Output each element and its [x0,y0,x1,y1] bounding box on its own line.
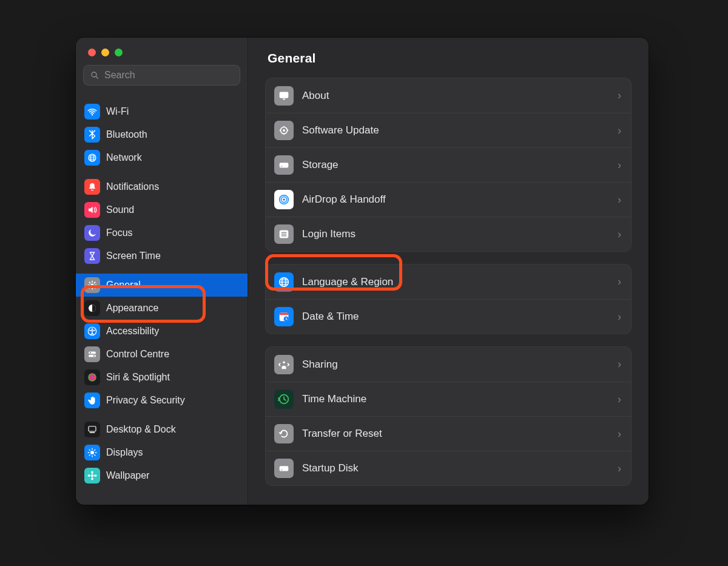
monitor-icon [277,89,291,103]
airdrop-icon [277,193,291,206]
siri-icon [84,369,100,385]
sidebar-item-wallpaper[interactable]: Wallpaper [76,464,248,487]
hourglass-icon [84,248,100,264]
svg-point-9 [90,352,91,353]
chevron-right-icon: › [618,159,621,172]
chevron-right-icon: › [618,275,621,288]
sidebar-item-label: Control Centre [106,349,169,360]
sidebar-item-privacy[interactable]: Privacy & Security [76,389,248,412]
reset-icon [277,427,291,440]
speaker-icon [84,202,100,218]
list-icon [277,227,291,241]
drive-icon [277,158,291,172]
chevron-right-icon: › [618,462,621,475]
bluetooth-icon [84,127,100,143]
settings-panel: Language & Region›Date & Time› [265,264,632,334]
svg-rect-14 [90,432,95,433]
hand-icon [84,392,100,408]
svg-point-1 [92,114,93,115]
sidebar: Wi-FiBluetoothNetworkNotificationsSoundF… [76,38,248,505]
moon-icon [87,227,98,238]
gear-icon [84,277,100,293]
sidebar-item-label: General [106,280,141,291]
sidebar-item-bluetooth[interactable]: Bluetooth [76,123,248,146]
gear-badge-icon [277,124,291,137]
hourglass-icon [87,251,98,261]
settings-row-airdrop[interactable]: AirDrop & Handoff› [266,182,631,217]
svg-point-19 [88,474,91,476]
sidebar-item-label: Desktop & Dock [106,424,176,435]
contrast-icon [84,300,100,316]
search-input[interactable] [104,70,234,81]
sidebar-item-appearance[interactable]: Appearance [76,297,248,320]
reset-icon [274,424,294,443]
sidebar-item-label: Screen Time [106,251,161,261]
svg-rect-21 [280,92,289,98]
settings-row-label: Sharing [302,359,609,371]
settings-row-date-time[interactable]: Date & Time› [266,299,631,334]
svg-rect-22 [283,98,285,99]
settings-row-time-machine[interactable]: Time Machine› [266,382,631,416]
sidebar-item-notifications[interactable]: Notifications [76,175,248,198]
settings-row-software-update[interactable]: Software Update› [266,113,631,147]
accessibility-icon [84,323,100,339]
sidebar-item-controlcentre[interactable]: Control Centre [76,343,248,366]
drive-icon [274,155,294,175]
accessibility-icon [87,326,98,337]
hand-icon [87,395,98,406]
chevron-right-icon: › [618,393,621,406]
drive-icon [277,462,291,475]
calendar-clock-icon [277,310,291,323]
svg-point-12 [88,373,96,382]
switches-icon [87,349,98,360]
settings-row-about[interactable]: About› [266,78,631,113]
settings-row-label: About [302,90,609,102]
main-content: General About›Software Update›Storage›Ai… [248,38,649,505]
svg-point-20 [94,474,97,476]
sidebar-item-desktop[interactable]: Desktop & Dock [76,418,248,441]
settings-row-label: Login Items [302,228,609,240]
zoom-window-button[interactable] [115,49,123,56]
svg-point-16 [91,474,94,477]
settings-row-label: Transfer or Reset [302,428,609,440]
settings-row-label: Date & Time [302,311,609,323]
sidebar-item-focus[interactable]: Focus [76,221,248,244]
sidebar-item-label: Appearance [106,303,158,314]
sidebar-item-wifi[interactable]: Wi-Fi [76,100,248,123]
chevron-right-icon: › [618,311,621,323]
sidebar-item-label: Wi-Fi [106,106,129,117]
settings-row-sharing[interactable]: Sharing› [266,347,631,382]
dock-icon [84,422,100,437]
bell-icon [87,181,98,192]
sidebar-item-network[interactable]: Network [76,146,248,169]
svg-point-36 [283,361,285,363]
sidebar-item-label: Bluetooth [106,129,147,140]
chevron-right-icon: › [618,89,621,102]
sidebar-item-accessibility[interactable]: Accessibility [76,320,248,343]
bell-icon [84,179,100,195]
svg-point-18 [91,477,93,480]
sidebar-item-displays[interactable]: Displays [76,441,248,464]
svg-point-11 [93,355,95,356]
settings-row-storage[interactable]: Storage› [266,147,631,182]
sidebar-item-label: Notifications [106,181,159,192]
search-field[interactable] [83,65,240,86]
settings-row-label: Software Update [302,124,609,136]
share-icon [274,355,294,374]
minimize-window-button[interactable] [101,49,109,56]
settings-row-login-items[interactable]: Login Items› [266,217,631,251]
settings-row-label: Time Machine [302,393,609,405]
settings-row-label: Language & Region [302,276,609,288]
settings-row-transfer-reset[interactable]: Transfer or Reset› [266,416,631,451]
close-window-button[interactable] [88,49,96,56]
sidebar-item-sound[interactable]: Sound [76,198,248,221]
settings-row-startup-disk[interactable]: Startup Disk› [266,451,631,485]
sidebar-item-label: Privacy & Security [106,395,185,406]
sidebar-item-general[interactable]: General [76,274,248,297]
svg-point-29 [283,198,285,201]
settings-row-language-region[interactable]: Language & Region› [266,264,631,299]
sidebar-item-siri[interactable]: Siri & Spotlight [76,366,248,389]
settings-panel: Sharing›Time Machine›Transfer or Reset›S… [265,346,632,486]
gear-badge-icon [274,121,294,140]
sidebar-item-screentime[interactable]: Screen Time [76,244,248,268]
